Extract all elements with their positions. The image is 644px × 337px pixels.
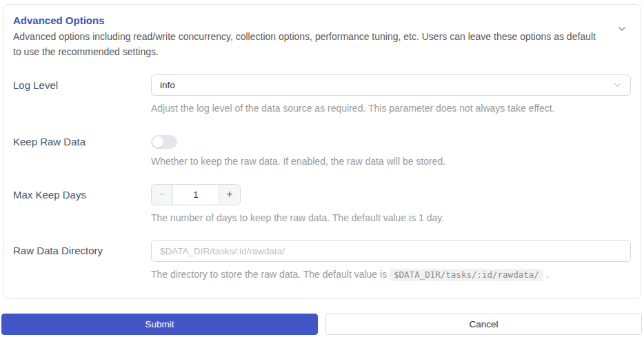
advanced-options-panel: Advanced Options Advanced options includ… — [3, 4, 641, 299]
panel-description: Advanced options including read/write co… — [13, 30, 601, 59]
submit-button[interactable]: Submit — [1, 314, 318, 335]
field-keep-raw-data: Keep Raw Data Whether to keep the raw da… — [13, 131, 631, 169]
log-level-select[interactable]: info — [151, 74, 631, 96]
log-level-selected-value: info — [160, 80, 175, 90]
default-path-code: $DATA_DIR/tasks/:id/rawdata/ — [390, 269, 543, 281]
help-text-suffix: . — [546, 269, 549, 280]
chevron-down-icon — [613, 81, 622, 90]
keep-raw-data-toggle[interactable] — [151, 135, 177, 149]
minus-icon: − — [159, 188, 165, 201]
raw-data-directory-input[interactable] — [151, 240, 631, 262]
panel-header-text: Advanced Options Advanced options includ… — [13, 14, 613, 59]
max-keep-days-help: The number of days to keep the raw data.… — [151, 212, 631, 225]
chevron-down-icon — [617, 24, 627, 36]
max-keep-days-stepper: − + — [151, 184, 241, 205]
keep-raw-data-label: Keep Raw Data — [13, 131, 151, 169]
panel-title: Advanced Options — [13, 14, 606, 26]
cancel-button[interactable]: Cancel — [325, 314, 642, 335]
toggle-knob — [152, 136, 163, 147]
decrease-button[interactable]: − — [152, 185, 173, 205]
max-keep-days-input[interactable] — [173, 185, 219, 205]
field-max-keep-days: Max Keep Days − + The number of days to … — [13, 184, 631, 225]
log-level-help: Adjust the log level of the data source … — [151, 102, 631, 116]
max-keep-days-label: Max Keep Days — [13, 184, 151, 225]
field-raw-data-directory: Raw Data Directory The directory to stor… — [13, 240, 631, 282]
raw-data-directory-label: Raw Data Directory — [13, 240, 151, 282]
raw-data-directory-help: The directory to store the raw data. The… — [151, 268, 631, 282]
form-actions: Submit Cancel — [1, 314, 642, 335]
increase-button[interactable]: + — [219, 185, 240, 205]
help-text-prefix: The directory to store the raw data. The… — [151, 269, 387, 280]
keep-raw-data-help: Whether to keep the raw data. If enabled… — [151, 155, 631, 169]
field-log-level: Log Level info Adjust the log level of t… — [13, 74, 631, 116]
log-level-label: Log Level — [13, 74, 151, 116]
plus-icon: + — [226, 188, 232, 201]
collapse-panel-button[interactable] — [613, 14, 631, 45]
panel-header: Advanced Options Advanced options includ… — [13, 14, 631, 59]
